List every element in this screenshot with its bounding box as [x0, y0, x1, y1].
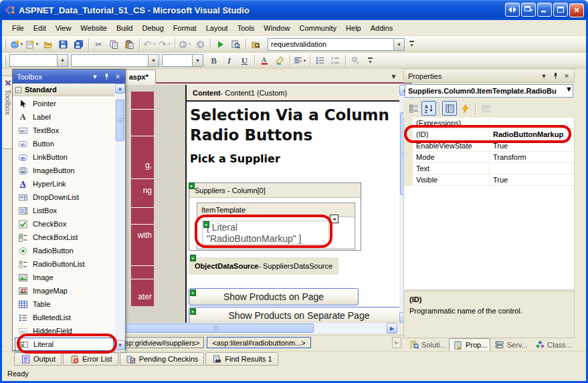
literal-control[interactable]: [ Literal "RadioButtonMarkup" ]: [202, 221, 329, 245]
dropdown-arrow-icon[interactable]: ▼: [187, 42, 193, 46]
search-combobox-value[interactable]: requestvalidation: [268, 40, 393, 48]
close-toolbox-icon[interactable]: ✕: [113, 72, 122, 82]
events-button[interactable]: [458, 101, 472, 116]
content-placeholder-header[interactable]: Content - Content1 (Custom): [187, 86, 399, 102]
menu-build[interactable]: Build: [112, 22, 137, 34]
find-in-document-button[interactable]: [228, 37, 243, 51]
close-button[interactable]: ✕: [569, 3, 584, 17]
search-combobox[interactable]: requestvalidation ▼: [268, 38, 405, 51]
toolbox-item-label[interactable]: ALabel: [15, 110, 114, 124]
open-folder-button[interactable]: [40, 37, 56, 51]
toolbar-overflow-button[interactable]: ▼: [366, 54, 375, 67]
tag-navigator-forward-icon[interactable]: ▶: [392, 337, 401, 348]
categorized-button[interactable]: [406, 101, 421, 116]
itemtemplate-box[interactable]: ItemTemplate ▸ [ Literal "RadioButtonMar…: [197, 203, 355, 249]
toolbox-item-table[interactable]: Table: [15, 297, 114, 311]
nav-link-fragment[interactable]: g,: [145, 160, 152, 170]
bottom-tab-error-list[interactable]: Error List: [63, 352, 118, 366]
property-row-id[interactable]: (ID)RadioButtonMarkup: [404, 129, 574, 140]
menu-help[interactable]: Help: [341, 22, 366, 34]
hyperlink-button[interactable]: [348, 53, 363, 68]
toolbox-item-listbox[interactable]: ListBox: [15, 204, 114, 217]
toolbox-scrollbar[interactable]: ▲ ▼: [115, 84, 125, 352]
tag-literal-selected[interactable]: <asp:literal#radiobuttonm...>: [207, 337, 311, 348]
nav-link-fragment[interactable]: ng: [143, 186, 152, 195]
menu-window[interactable]: Window: [259, 22, 294, 34]
panel-tab-soluti[interactable]: Soluti...: [405, 338, 449, 351]
show-products-on-separate-page-button[interactable]: ▸ Show Products on Separate Page: [189, 307, 399, 323]
pin-icon[interactable]: [102, 72, 111, 82]
nav-link-fragment[interactable]: with: [138, 231, 152, 240]
bottom-tab-pending-checkins[interactable]: Pending Checkins: [120, 352, 205, 366]
add-item-button[interactable]: ▼: [25, 37, 40, 51]
alphabetical-button[interactable]: AZ: [421, 101, 436, 116]
italic-button[interactable]: I: [221, 53, 237, 68]
format-combobox-2[interactable]: ▼: [162, 54, 203, 67]
toolbox-item-radiobutton[interactable]: RadioButton: [15, 244, 114, 257]
active-files-dropdown-icon[interactable]: ▼: [389, 72, 399, 82]
save-button[interactable]: [56, 37, 71, 51]
bold-button[interactable]: B: [206, 53, 221, 68]
dropdown-arrow-icon[interactable]: ▼: [151, 42, 157, 46]
dropdown-arrow-icon[interactable]: ▼: [19, 42, 25, 46]
toolbox-item-dropdownlist[interactable]: DropDownList: [15, 190, 114, 204]
property-pages-button[interactable]: [478, 101, 493, 116]
copy-button[interactable]: [106, 37, 122, 51]
panel-tab-serv[interactable]: Serv...: [490, 338, 530, 351]
maximize-button[interactable]: [553, 3, 568, 17]
nav-link-fragment[interactable]: ater: [138, 292, 152, 301]
toolbox-item-bulletedlist[interactable]: BulletedList: [15, 311, 114, 324]
toolbox-item-literal[interactable]: aLiteral: [15, 338, 114, 351]
toolbox-item-image[interactable]: Image: [15, 271, 114, 284]
collapse-icon[interactable]: –: [15, 87, 21, 93]
property-row-visible[interactable]: VisibleTrue: [404, 174, 574, 186]
dropdown-arrow-icon[interactable]: ▼: [302, 59, 308, 63]
menu-tools[interactable]: Tools: [233, 22, 260, 34]
minimize-button[interactable]: [537, 3, 552, 17]
combo-dropdown-icon[interactable]: ▼: [192, 55, 203, 66]
popout-button[interactable]: [521, 3, 536, 17]
menu-addins[interactable]: Addins: [366, 22, 398, 34]
objectdatasource-control[interactable]: ▸ ObjectDataSource - SuppliersDataSource: [189, 257, 338, 275]
show-products-on-page-button[interactable]: ▸ Show Products on Page: [189, 288, 359, 305]
start-debug-button[interactable]: [213, 37, 228, 51]
toolbox-item-checkboxlist[interactable]: CheckBoxList: [15, 231, 114, 244]
dropdown-arrow-icon[interactable]: ▼: [167, 42, 173, 46]
bullets-button[interactable]: [312, 53, 328, 68]
dropdown-arrow-icon[interactable]: ▼: [34, 42, 40, 46]
bottom-tab-find-results-1[interactable]: Find Results 1: [205, 352, 278, 366]
window-position-icon[interactable]: ▼: [90, 72, 100, 82]
scroll-up-icon[interactable]: ▲: [115, 84, 125, 94]
toolbox-item-imagemap[interactable]: ImageMap: [15, 284, 114, 297]
save-all-button[interactable]: [71, 37, 86, 51]
toolbar-grip[interactable]: [4, 39, 6, 49]
undo-button[interactable]: ↶▼: [142, 37, 157, 51]
toolbar-grip[interactable]: [4, 55, 6, 66]
menu-format[interactable]: Format: [169, 22, 201, 34]
redo-button[interactable]: ↷▼: [157, 37, 173, 51]
combo-dropdown-icon[interactable]: ▼: [148, 55, 159, 66]
combo-dropdown-icon[interactable]: ▼: [57, 55, 68, 66]
underline-button[interactable]: U: [237, 53, 252, 68]
cut-button[interactable]: ✂: [91, 37, 106, 51]
combo-dropdown-icon[interactable]: ▼: [565, 85, 573, 97]
menu-website[interactable]: Website: [76, 22, 112, 34]
property-value[interactable]: True: [490, 140, 574, 151]
menu-edit[interactable]: Edit: [29, 22, 51, 34]
combo-dropdown-icon[interactable]: ▼: [393, 39, 404, 50]
align-left-button[interactable]: ▼: [292, 53, 308, 68]
gridview-header[interactable]: Suppliers - Column[0]: [189, 183, 361, 198]
paste-button[interactable]: [122, 37, 137, 51]
new-website-button[interactable]: ▼: [9, 37, 25, 51]
horizontal-scroll-thumb[interactable]: [118, 324, 314, 333]
panel-tab-prop[interactable]: Prop...: [449, 338, 490, 351]
format-combobox-0[interactable]: ▼: [9, 54, 68, 67]
menu-file[interactable]: File: [7, 22, 29, 34]
navigate-back-button[interactable]: ▼: [177, 37, 193, 51]
smart-tag-icon[interactable]: ◂: [330, 215, 338, 223]
switch-button[interactable]: [505, 3, 520, 17]
format-combobox-1[interactable]: ▼: [71, 54, 159, 67]
find-in-files-button[interactable]: [248, 37, 264, 51]
toolbar-overflow-button[interactable]: ▼: [407, 38, 416, 51]
bottom-tab-output[interactable]: Output: [14, 352, 62, 366]
